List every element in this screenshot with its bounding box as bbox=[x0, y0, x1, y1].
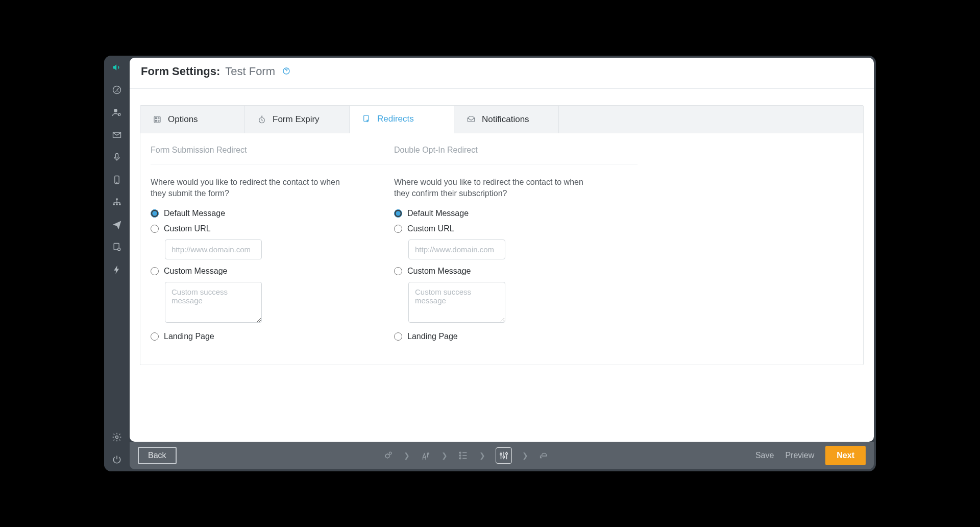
radio-input[interactable] bbox=[394, 267, 402, 275]
next-button[interactable]: Next bbox=[825, 446, 866, 465]
radio-label: Landing Page bbox=[407, 332, 458, 341]
tab-label: Notifications bbox=[482, 114, 529, 125]
radio-label: Default Message bbox=[407, 209, 469, 218]
radio-default-message[interactable]: Default Message bbox=[394, 209, 638, 218]
tab-options[interactable]: Options bbox=[140, 106, 245, 133]
custom-url-input[interactable] bbox=[165, 239, 262, 259]
radio-label: Custom Message bbox=[164, 267, 228, 276]
power-icon[interactable] bbox=[111, 454, 122, 465]
step-design-icon[interactable] bbox=[420, 450, 431, 461]
section-title: Form Submission Redirect bbox=[151, 133, 394, 164]
optin-redirect-column: Double Opt-In Redirect Where would you l… bbox=[394, 133, 638, 347]
radio-label: Landing Page bbox=[164, 332, 214, 341]
svg-point-1 bbox=[114, 109, 117, 112]
radio-input[interactable] bbox=[151, 267, 159, 275]
back-button[interactable]: Back bbox=[138, 447, 177, 464]
svg-rect-3 bbox=[116, 154, 118, 158]
radio-custom-message[interactable]: Custom Message bbox=[151, 267, 394, 276]
optin-question: Where would you like to redirect the con… bbox=[394, 177, 598, 200]
save-button[interactable]: Save bbox=[755, 451, 774, 460]
radio-label: Custom URL bbox=[164, 224, 211, 233]
svg-point-25 bbox=[459, 458, 461, 459]
chevron-right-icon: ❯ bbox=[404, 451, 410, 460]
submission-redirect-column: Form Submission Redirect Where would you… bbox=[151, 133, 394, 347]
gear-icon[interactable] bbox=[111, 432, 122, 443]
tab-form-expiry[interactable]: Form Expiry bbox=[245, 106, 350, 133]
radio-input[interactable] bbox=[394, 209, 402, 218]
radio-landing-page[interactable]: Landing Page bbox=[151, 332, 394, 341]
svg-point-22 bbox=[389, 452, 391, 454]
svg-point-27 bbox=[503, 456, 505, 458]
radio-default-message[interactable]: Default Message bbox=[151, 209, 394, 218]
radio-input[interactable] bbox=[151, 225, 159, 233]
submission-question: Where would you like to redirect the con… bbox=[151, 177, 355, 200]
svg-point-26 bbox=[500, 453, 502, 455]
microphone-icon[interactable] bbox=[111, 152, 122, 163]
radio-custom-url[interactable]: Custom URL bbox=[151, 224, 394, 233]
radio-input[interactable] bbox=[151, 332, 159, 341]
svg-point-2 bbox=[118, 113, 120, 115]
chevron-right-icon: ❯ bbox=[479, 451, 485, 460]
page-title-name: Test Form bbox=[225, 65, 275, 78]
radio-input[interactable] bbox=[394, 332, 402, 341]
svg-point-5 bbox=[117, 182, 117, 183]
tab-redirects[interactable]: Redirects bbox=[350, 106, 454, 133]
svg-rect-17 bbox=[155, 120, 156, 121]
svg-rect-15 bbox=[155, 117, 156, 118]
svg-point-12 bbox=[116, 436, 118, 439]
dashboard-icon[interactable] bbox=[111, 84, 122, 95]
custom-url-input[interactable] bbox=[408, 239, 505, 259]
page-header: Form Settings: Test Form bbox=[130, 58, 874, 84]
page-title-prefix: Form Settings: bbox=[141, 65, 220, 78]
custom-message-textarea[interactable] bbox=[408, 282, 505, 323]
chevron-right-icon: ❯ bbox=[522, 451, 528, 460]
app-sidebar bbox=[104, 56, 130, 471]
radio-input[interactable] bbox=[151, 209, 159, 218]
mobile-icon[interactable] bbox=[111, 174, 122, 185]
step-confirm-icon[interactable] bbox=[538, 450, 550, 461]
tab-label: Options bbox=[168, 114, 198, 125]
svg-point-24 bbox=[459, 455, 461, 457]
tab-label: Redirects bbox=[377, 114, 414, 124]
mail-icon[interactable] bbox=[111, 129, 122, 140]
tab-row: Options Form Expiry Redirects Notificati… bbox=[140, 106, 863, 133]
megaphone-icon[interactable] bbox=[111, 62, 122, 73]
radio-input[interactable] bbox=[394, 225, 402, 233]
step-settings-icon[interactable] bbox=[382, 450, 394, 461]
radio-landing-page[interactable]: Landing Page bbox=[394, 332, 638, 341]
svg-point-11 bbox=[118, 248, 120, 251]
preview-button[interactable]: Preview bbox=[785, 451, 814, 460]
radio-label: Custom Message bbox=[407, 267, 471, 276]
radio-label: Default Message bbox=[164, 209, 225, 218]
step-fields-icon[interactable] bbox=[458, 450, 469, 461]
tab-label: Form Expiry bbox=[273, 114, 320, 125]
lightning-icon[interactable] bbox=[111, 264, 122, 275]
custom-message-textarea[interactable] bbox=[165, 282, 262, 323]
radio-custom-message[interactable]: Custom Message bbox=[394, 267, 638, 276]
svg-rect-9 bbox=[119, 204, 120, 205]
radio-custom-url[interactable]: Custom URL bbox=[394, 224, 638, 233]
svg-rect-16 bbox=[158, 117, 159, 118]
tab-notifications[interactable]: Notifications bbox=[454, 106, 559, 133]
main-panel: Form Settings: Test Form Options Form Ex… bbox=[130, 58, 874, 442]
footer-bar: Back ❯ ❯ ❯ ❯ Save Preview Ne bbox=[130, 442, 874, 469]
svg-rect-18 bbox=[158, 120, 159, 121]
paper-plane-icon[interactable] bbox=[111, 219, 122, 230]
svg-point-28 bbox=[505, 453, 507, 455]
chevron-right-icon: ❯ bbox=[442, 451, 448, 460]
help-icon[interactable] bbox=[282, 67, 290, 77]
radio-label: Custom URL bbox=[407, 224, 454, 233]
step-options-icon[interactable] bbox=[496, 447, 512, 464]
sitemap-icon[interactable] bbox=[111, 197, 122, 208]
svg-point-21 bbox=[385, 454, 389, 458]
section-title: Double Opt-In Redirect bbox=[394, 133, 638, 164]
svg-point-23 bbox=[459, 452, 461, 453]
certificate-icon[interactable] bbox=[111, 242, 122, 253]
wizard-steps: ❯ ❯ ❯ ❯ bbox=[184, 447, 748, 464]
user-settings-icon[interactable] bbox=[111, 107, 122, 118]
svg-rect-6 bbox=[116, 199, 117, 200]
svg-rect-7 bbox=[113, 204, 115, 205]
svg-rect-8 bbox=[116, 204, 117, 205]
